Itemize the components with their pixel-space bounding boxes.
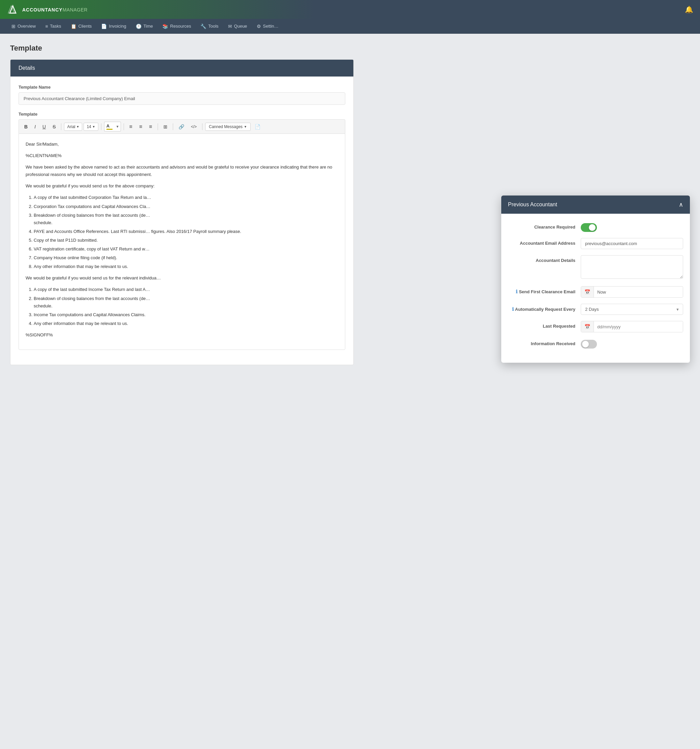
auto-request-select-wrap: 1 Day 2 Days 3 Days 7 Days Never ▼: [581, 304, 683, 315]
list-item: Income Tax computations and Capital Allo…: [34, 311, 338, 318]
popup-close-button[interactable]: ∧: [679, 201, 683, 208]
template-name-label: Template Name: [18, 85, 345, 90]
separator-1: [61, 123, 61, 130]
nav-menu: ⊞ Overview ≡ Tasks 📋 Clients 📄 Invoicing…: [0, 19, 700, 34]
clearance-required-control: [581, 222, 683, 232]
editor-signoff-var: %SIGNOFF%: [26, 331, 338, 339]
nav-item-resources[interactable]: 📚 Resources: [158, 19, 196, 34]
send-first-clearance-label: ℹ Send First Clearance Email: [508, 286, 575, 294]
send-first-clearance-input[interactable]: [594, 287, 683, 297]
list-item: PAYE and Accounts Office References. Las…: [34, 228, 338, 235]
accountant-email-label: Accountant Email Address: [508, 238, 575, 246]
editor-toolbar: B I U S Arial ▼ 14 ▼: [18, 119, 345, 133]
bold-button[interactable]: B: [21, 122, 31, 131]
strikethrough-button[interactable]: S: [50, 122, 58, 131]
list-item: Company House online filing code (if hel…: [34, 254, 338, 261]
information-received-toggle[interactable]: [581, 340, 597, 349]
editor-para2: We would be grateful if you would send u…: [26, 182, 338, 190]
align-button[interactable]: ≡: [146, 122, 155, 131]
auto-request-info-icon: ℹ: [512, 306, 514, 312]
last-requested-input[interactable]: [594, 322, 683, 332]
clearance-required-label: Clearance Required: [508, 222, 575, 229]
time-icon: 🕐: [136, 24, 142, 29]
italic-button[interactable]: I: [32, 122, 38, 131]
editor-para1: We have been asked by the above named to…: [26, 164, 338, 178]
information-received-control: [581, 338, 683, 349]
ordered-list-button[interactable]: ≡: [136, 122, 145, 131]
page-title: Template: [10, 44, 690, 53]
chevron-down-icon: ▼: [92, 125, 95, 128]
last-requested-row: Last Requested 📅: [508, 321, 683, 332]
popup-body: Clearance Required Accountant Email Addr…: [501, 214, 690, 363]
document-button[interactable]: 📄: [252, 122, 263, 131]
last-requested-date-wrap: 📅: [581, 321, 683, 332]
list-item: Any other information that may be releva…: [34, 320, 338, 327]
nav-item-invoicing[interactable]: 📄 Invoicing: [96, 19, 131, 34]
font-size-dropdown[interactable]: 14 ▼: [84, 123, 98, 131]
accountant-email-control: [581, 238, 683, 249]
popup-title: Previous Accountant: [508, 202, 557, 208]
list-item: Corporation Tax computations and Capital…: [34, 203, 338, 210]
nav-item-tools[interactable]: 🔧 Tools: [196, 19, 223, 34]
toggle-thumb-off: [582, 341, 589, 347]
accountant-details-control: [581, 255, 683, 280]
editor-client-var: %CLIENTNAME%: [26, 152, 338, 159]
clients-icon: 📋: [71, 24, 76, 29]
list-item: Any other information that may be releva…: [34, 263, 338, 271]
link-button[interactable]: 🔗: [176, 122, 187, 131]
accountant-email-input[interactable]: [581, 238, 683, 249]
last-requested-label: Last Requested: [508, 321, 575, 329]
last-requested-control: 📅: [581, 321, 683, 332]
auto-request-select[interactable]: 1 Day 2 Days 3 Days 7 Days Never: [581, 304, 673, 315]
accountant-email-row: Accountant Email Address: [508, 238, 683, 249]
nav-item-queue[interactable]: ✉ Queue: [223, 19, 252, 34]
canned-messages-button[interactable]: Canned Messages ▼: [205, 123, 251, 131]
select-arrow-icon: ▼: [673, 307, 683, 312]
accountant-details-row: Accountant Details: [508, 255, 683, 280]
nav-item-overview[interactable]: ⊞ Overview: [7, 19, 40, 34]
template-editor-group: Template B I U S Arial ▼ 14 ▼: [18, 112, 345, 350]
accountant-details-label: Accountant Details: [508, 255, 575, 263]
underline-button[interactable]: U: [40, 122, 49, 131]
list-item: Breakdown of closing balances from the l…: [34, 212, 338, 226]
nav-item-tasks[interactable]: ≡ Tasks: [40, 19, 66, 34]
separator-4: [158, 123, 158, 130]
table-button[interactable]: ⊞: [161, 122, 170, 131]
color-dropdown-arrow[interactable]: ▼: [114, 122, 121, 131]
text-color-button[interactable]: A: [104, 122, 114, 131]
send-clearance-info-icon: ℹ: [516, 289, 517, 294]
tasks-icon: ≡: [45, 24, 48, 29]
list-item: Copy of the last P11D submitted.: [34, 237, 338, 244]
send-first-clearance-control: 📅: [581, 286, 683, 298]
information-received-label: Information Received: [508, 338, 575, 346]
last-requested-calendar-icon[interactable]: 📅: [581, 321, 594, 332]
logo: ACCOUNTANCYMANAGER: [7, 3, 88, 15]
clearance-required-toggle[interactable]: [581, 223, 597, 232]
nav-item-settings[interactable]: ⚙ Settin…: [252, 19, 283, 34]
unordered-list-button[interactable]: ≡: [127, 122, 135, 131]
logo-text: ACCOUNTANCYMANAGER: [22, 7, 88, 12]
font-dropdown[interactable]: Arial ▼: [64, 123, 82, 131]
editor-para3: We would be grateful if you would send u…: [26, 274, 338, 282]
toggle-thumb: [589, 224, 596, 231]
editor-area[interactable]: Dear Sir/Madam, %CLIENTNAME% We have bee…: [18, 133, 345, 350]
send-clearance-calendar-icon[interactable]: 📅: [581, 286, 594, 297]
auto-request-row: ℹ Automatically Request Every 1 Day 2 Da…: [508, 304, 683, 315]
list-item: A copy of the last submitted Income Tax …: [34, 286, 338, 293]
notification-bell-icon[interactable]: 🔔: [685, 5, 693, 14]
separator-2: [101, 123, 101, 130]
list-item: Breakdown of closing balances from the l…: [34, 295, 338, 310]
template-name-input[interactable]: [18, 92, 345, 105]
invoicing-icon: 📄: [101, 24, 107, 29]
send-first-clearance-date-wrap: 📅: [581, 286, 683, 298]
code-button[interactable]: </>: [188, 123, 200, 131]
nav-item-time[interactable]: 🕐 Time: [131, 19, 158, 34]
popup-header: Previous Accountant ∧: [501, 196, 690, 214]
tools-icon: 🔧: [200, 24, 206, 29]
top-bar: ACCOUNTANCYMANAGER 🔔: [0, 0, 700, 19]
logo-icon: [7, 3, 19, 15]
text-color-group: A ▼: [104, 122, 121, 131]
accountant-details-textarea[interactable]: [581, 255, 683, 279]
auto-request-control: 1 Day 2 Days 3 Days 7 Days Never ▼: [581, 304, 683, 315]
nav-item-clients[interactable]: 📋 Clients: [66, 19, 97, 34]
